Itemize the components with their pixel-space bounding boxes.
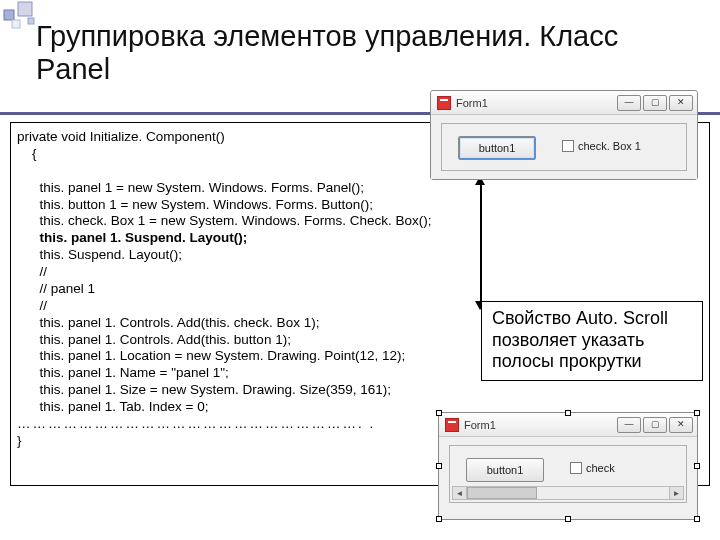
window-title: Form1: [456, 97, 617, 109]
close-button[interactable]: ✕: [669, 417, 693, 433]
code-line: //: [17, 264, 47, 279]
code-line: //: [17, 298, 47, 313]
window-title: Form1: [464, 419, 617, 431]
svg-rect-2: [12, 20, 20, 28]
resize-handle[interactable]: [694, 410, 700, 416]
maximize-button[interactable]: ▢: [643, 417, 667, 433]
resize-handle[interactable]: [436, 516, 442, 522]
checkbox-box: [562, 140, 574, 152]
scroll-thumb[interactable]: [467, 487, 537, 499]
window-controls: — ▢ ✕: [617, 95, 693, 111]
checkbox-label: check: [586, 462, 615, 474]
button1[interactable]: button1: [466, 458, 544, 482]
checkbox1[interactable]: check. Box 1: [562, 140, 641, 152]
checkbox-box: [570, 462, 582, 474]
close-button[interactable]: ✕: [669, 95, 693, 111]
scroll-track[interactable]: [467, 487, 669, 499]
slide-title: Группировка элементов управления. Класс …: [36, 20, 690, 87]
checkbox1[interactable]: check: [570, 462, 615, 474]
code-line: this. button 1 = new System. Windows. Fo…: [17, 197, 373, 212]
code-line: this. panel 1. Size = new System. Drawin…: [17, 382, 391, 397]
resize-handle[interactable]: [436, 463, 442, 469]
code-line: this. panel 1. Controls. Add(this. butto…: [17, 332, 291, 347]
resize-handle[interactable]: [436, 410, 442, 416]
minimize-button[interactable]: —: [617, 95, 641, 111]
svg-rect-3: [28, 18, 34, 24]
panel: button1 check ◄ ►: [449, 445, 687, 503]
form-preview-top: Form1 — ▢ ✕ button1 check. Box 1: [430, 90, 698, 180]
code-line: this. panel 1. Name = "panel 1";: [17, 365, 229, 380]
form-client-area: button1 check. Box 1: [431, 115, 697, 179]
button1[interactable]: button1: [458, 136, 536, 160]
scroll-right-icon[interactable]: ►: [669, 487, 683, 499]
code-line-bold: this. panel 1. Suspend. Layout();: [17, 230, 247, 245]
checkbox-label: check. Box 1: [578, 140, 641, 152]
app-icon: [437, 96, 451, 110]
code-line: {: [17, 146, 37, 161]
double-arrow-vertical: [476, 177, 486, 309]
code-line: // panel 1: [17, 281, 95, 296]
panel: button1 check. Box 1: [441, 123, 687, 171]
svg-rect-1: [4, 10, 14, 20]
note-text: Свойство Auto. Scroll позволяет указать …: [492, 308, 668, 371]
code-line: this. Suspend. Layout();: [17, 247, 182, 262]
form-preview-bottom: Form1 — ▢ ✕ button1 check ◄ ►: [438, 412, 698, 520]
code-line: this. check. Box 1 = new System. Windows…: [17, 213, 432, 228]
resize-handle[interactable]: [565, 516, 571, 522]
form-client-area: button1 check ◄ ►: [439, 437, 697, 519]
app-icon: [445, 418, 459, 432]
code-listing: private void Initialize. Component() { t…: [17, 129, 477, 450]
autoscroll-note: Свойство Auto. Scroll позволяет указать …: [481, 301, 703, 381]
window-titlebar: Form1 — ▢ ✕: [431, 91, 697, 115]
horizontal-scrollbar[interactable]: ◄ ►: [452, 486, 684, 500]
window-controls: — ▢ ✕: [617, 417, 693, 433]
slide-corner-decoration: [0, 0, 60, 36]
code-line: }: [17, 433, 22, 448]
resize-handle[interactable]: [694, 516, 700, 522]
code-line: …………………………………………………………. .: [17, 416, 375, 431]
code-line: this. panel 1. Controls. Add(this. check…: [17, 315, 319, 330]
resize-handle[interactable]: [694, 463, 700, 469]
code-line: this. panel 1. Location = new System. Dr…: [17, 348, 405, 363]
svg-rect-0: [18, 2, 32, 16]
window-titlebar: Form1 — ▢ ✕: [439, 413, 697, 437]
maximize-button[interactable]: ▢: [643, 95, 667, 111]
code-line: this. panel 1 = new System. Windows. For…: [17, 180, 364, 195]
resize-handle[interactable]: [565, 410, 571, 416]
minimize-button[interactable]: —: [617, 417, 641, 433]
code-line: private void Initialize. Component(): [17, 129, 225, 144]
scroll-left-icon[interactable]: ◄: [453, 487, 467, 499]
code-line: this. panel 1. Tab. Index = 0;: [17, 399, 209, 414]
